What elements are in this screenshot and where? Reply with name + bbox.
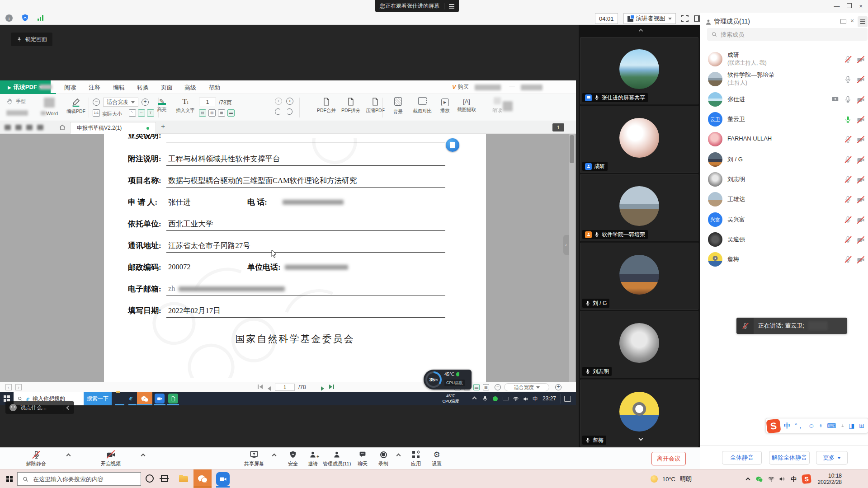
camera-off-icon[interactable] — [857, 75, 865, 84]
ime-emoji-icon[interactable]: ☺ — [808, 422, 815, 429]
cortana-icon[interactable] — [146, 474, 154, 483]
page-number-input[interactable]: 1 — [275, 384, 295, 391]
tiles-scroll-up-icon[interactable] — [639, 29, 643, 33]
taskbar-search-input[interactable] — [33, 476, 132, 483]
tray-expand-icon[interactable] — [746, 478, 750, 482]
doc-scrollbar-thumb[interactable] — [570, 135, 574, 163]
shared-tray-mic-icon[interactable] — [482, 395, 488, 402]
camera-off-icon[interactable] — [857, 56, 865, 64]
camera-off-icon[interactable] — [857, 256, 865, 264]
member-row[interactable]: 兴富 吴兴富 — [700, 210, 868, 230]
shield-icon[interactable] — [21, 14, 29, 22]
view-option-icon-1[interactable]: ⋱ — [129, 109, 136, 117]
prev-view-icon[interactable]: ‹ — [275, 98, 282, 105]
close-panel-icon[interactable]: × — [850, 17, 854, 24]
pdf-menu-read[interactable]: 阅读 — [64, 84, 76, 92]
fit-width-dropdown[interactable]: 适合宽度 — [103, 98, 138, 107]
rotate-cw-icon[interactable] — [275, 108, 281, 115]
tray-ime[interactable]: 中 — [791, 475, 797, 483]
popout-panel-icon[interactable] — [840, 19, 846, 24]
shared-tray-expand-icon[interactable] — [472, 397, 477, 401]
pdf-document-area[interactable]: 亚类说明: 附注说明: 工程与材料领域共性软件支撑平台 项目名称: 数据与模型耦… — [0, 134, 576, 382]
weather-widget[interactable]: 10°C 晴朗 — [651, 469, 692, 488]
bottom-tool-icon-2[interactable]: › — [15, 384, 22, 390]
pdf-menu-convert[interactable]: 转换 — [137, 84, 149, 92]
shared-tray-wifi-icon[interactable] — [513, 396, 519, 402]
convert-word-tool[interactable]: Word — [38, 98, 61, 116]
panel-collapse-handle[interactable]: ‹ — [563, 235, 569, 255]
video-tile-zhanmei[interactable]: 詹梅 — [580, 380, 698, 447]
prev-page-button[interactable] — [268, 385, 271, 393]
member-row[interactable]: 刘 / G — [700, 150, 868, 169]
shared-taskbar-meeting-icon[interactable] — [155, 394, 165, 404]
video-tile-liuzhiming[interactable]: 刘志明 — [580, 311, 698, 378]
member-row[interactable]: 软件学院—郭培荣 (主持人) — [700, 69, 868, 89]
pdf-menu-page[interactable]: 页面 — [161, 84, 173, 92]
view-mode-icon-3[interactable]: ▬ — [473, 384, 480, 390]
unmute-button[interactable]: 解除静音 — [14, 450, 58, 467]
start-button[interactable] — [6, 476, 9, 479]
leave-meeting-button[interactable]: 离开会议 — [651, 452, 686, 465]
mic-muted-icon[interactable] — [844, 236, 852, 244]
layout-single-icon[interactable]: ▤ — [199, 109, 206, 117]
ime-punctuation-icon[interactable]: °， — [795, 422, 804, 429]
mic-muted-icon[interactable] — [844, 136, 852, 143]
next-view-icon[interactable]: › — [286, 98, 293, 105]
more-button[interactable]: 更多 — [816, 451, 848, 465]
mic-muted-icon[interactable] — [844, 256, 852, 263]
shared-taskbar-wechat-icon[interactable] — [137, 392, 152, 405]
member-search-box[interactable] — [707, 28, 868, 41]
layout-scroll-icon[interactable]: ▬ — [227, 109, 235, 117]
collapse-icon[interactable] — [66, 405, 71, 410]
bottom-tool-icon-1[interactable]: ‹ — [5, 384, 12, 390]
fullscreen-icon[interactable] — [681, 15, 689, 22]
shared-tray-volume-icon[interactable] — [523, 396, 529, 402]
ime-keyboard-icon[interactable]: ⌨ — [827, 422, 836, 429]
member-row[interactable]: 成研 (联席主持人, 我) — [700, 49, 868, 69]
doc-scrollbar-track[interactable] — [569, 134, 575, 382]
emoji-icon[interactable] — [9, 404, 17, 411]
tray-volume-icon[interactable] — [778, 475, 786, 483]
task-view-icon[interactable] — [161, 475, 168, 482]
share-screen-button[interactable]: 共享屏幕 — [232, 450, 276, 467]
ime-account-icon[interactable] — [841, 422, 844, 429]
cpu-monitor-overlay[interactable]: 35% 45℃ CPU温度 — [424, 370, 472, 389]
camera-off-icon[interactable] — [857, 156, 865, 164]
shared-search-button[interactable]: 搜索一下 — [84, 392, 112, 405]
actual-size-label[interactable]: 实际大小 — [102, 111, 122, 117]
video-tile-liu-g[interactable]: 刘 / G — [580, 243, 698, 310]
mic-speaking-icon[interactable] — [844, 116, 852, 123]
camera-off-icon[interactable] — [857, 176, 865, 184]
tiles-scroll-down-icon[interactable] — [639, 436, 643, 441]
view-mode-dropdown[interactable]: 演讲者视图 — [623, 13, 676, 24]
member-row[interactable]: 詹梅 — [700, 249, 868, 269]
new-tab-button[interactable]: + — [161, 122, 165, 131]
screenshot-compare-tool[interactable]: 截图对比 — [410, 97, 435, 114]
banner-menu-icon[interactable] — [449, 6, 454, 7]
mic-muted-icon[interactable] — [844, 176, 852, 183]
shared-tray-battery-icon[interactable] — [503, 397, 509, 400]
taskbar-explorer-icon[interactable] — [177, 469, 190, 488]
rotate-ccw-icon[interactable] — [286, 108, 292, 115]
mic-muted-icon[interactable] — [844, 216, 852, 224]
video-tile-chengyan[interactable]: 成研 — [580, 106, 698, 173]
next-page-button[interactable] — [321, 385, 324, 393]
toolbar-page-input[interactable]: 1 — [199, 98, 216, 106]
member-search-input[interactable] — [721, 31, 847, 38]
settings-button[interactable]: ⚙ 设置 — [415, 450, 458, 467]
ime-skin-icon[interactable]: ◨ — [849, 422, 854, 429]
member-row[interactable]: 王雄达 — [700, 189, 868, 209]
hand-tool[interactable]: 手型 — [6, 98, 26, 105]
first-page-button[interactable] — [258, 385, 263, 389]
pdf-menu-annotate[interactable]: 注释 — [89, 84, 100, 92]
shared-taskbar-pdf-icon[interactable] — [168, 394, 178, 404]
zoom-in-button[interactable]: + — [142, 99, 149, 106]
actual-size-icon[interactable]: 1:1 — [93, 109, 100, 117]
mic-options-icon[interactable] — [66, 454, 71, 458]
taskbar-search-box[interactable] — [17, 472, 141, 486]
danmaku-placeholder[interactable]: 说点什么... — [20, 404, 47, 412]
mic-muted-icon[interactable] — [844, 196, 852, 203]
pdf-menu-edit[interactable]: 编辑 — [113, 84, 125, 92]
view-option-icon-2[interactable]: ⋯ — [138, 109, 145, 117]
shared-tray-clock[interactable]: 23:27 — [542, 395, 556, 402]
